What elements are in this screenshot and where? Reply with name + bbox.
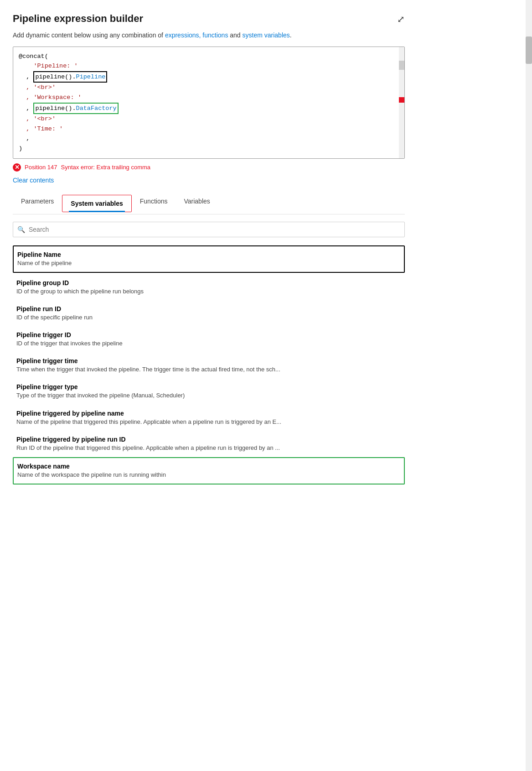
tabs-row: Parameters System variables Functions Va…: [13, 193, 405, 214]
expressions-functions-link[interactable]: expressions, functions: [165, 31, 228, 39]
editor-scrollbar[interactable]: [399, 47, 404, 158]
search-icon: 🔍: [17, 226, 25, 233]
variable-name: Pipeline trigger ID: [16, 331, 401, 339]
code-line-7: , '<br>': [19, 114, 399, 124]
editor-scrollbar-thumb: [399, 61, 404, 70]
system-variables-link[interactable]: system variables: [243, 31, 290, 39]
variable-item-workspace-name[interactable]: Workspace name Name of the workspace the…: [13, 457, 405, 484]
pipeline-pipeline-highlight: pipeline().Pipeline: [33, 71, 107, 83]
variable-desc: ID of the trigger that invokes the pipel…: [16, 339, 401, 348]
page-scrollbar[interactable]: [526, 0, 532, 771]
main-container: Pipeline expression builder ⤢ Add dynami…: [0, 0, 419, 497]
code-line-6: , pipeline().DataFactory: [19, 103, 399, 115]
variable-name: Pipeline group ID: [16, 279, 401, 287]
expand-icon[interactable]: ⤢: [397, 14, 405, 25]
tab-system-variables[interactable]: System variables: [62, 195, 131, 212]
tab-variables[interactable]: Variables: [176, 193, 218, 214]
error-icon: ✕: [13, 163, 21, 172]
variable-desc: Name of the pipeline that triggered this…: [16, 418, 401, 426]
variable-name: Pipeline Name: [17, 251, 400, 258]
code-line-10: ): [19, 144, 399, 154]
pipeline-datafactory-highlight: pipeline().DataFactory: [33, 103, 118, 115]
code-line-3: , pipeline().Pipeline: [19, 71, 399, 83]
search-input[interactable]: [13, 222, 405, 237]
subtitle-text: Add dynamic content below using any comb…: [13, 31, 165, 39]
variable-item-pipeline-trigger-time[interactable]: Pipeline trigger time Time when the trig…: [13, 353, 405, 379]
editor-scrollbar-error-indicator: [399, 97, 404, 103]
code-line-9: ,: [19, 134, 399, 144]
variable-item-pipeline-triggered-by-run-id[interactable]: Pipeline triggered by pipeline run ID Ru…: [13, 431, 405, 457]
code-line-4: , '<br>': [19, 83, 399, 93]
clear-contents-link[interactable]: Clear contents: [13, 177, 54, 184]
tab-parameters[interactable]: Parameters: [13, 193, 62, 214]
variable-item-pipeline-trigger-id[interactable]: Pipeline trigger ID ID of the trigger th…: [13, 327, 405, 353]
title-row: Pipeline expression builder ⤢: [13, 13, 405, 25]
error-position: Position 147: [25, 164, 57, 171]
variable-desc: Run ID of the pipeline that triggered th…: [16, 444, 401, 452]
variable-desc: Name of the workspace the pipeline run i…: [17, 471, 400, 479]
variable-item-pipeline-trigger-type[interactable]: Pipeline trigger type Type of the trigge…: [13, 379, 405, 405]
code-line-1: @concat(: [19, 52, 399, 62]
tab-functions[interactable]: Functions: [132, 193, 176, 214]
page-scrollbar-thumb: [526, 36, 532, 64]
variable-item-pipeline-run-id[interactable]: Pipeline run ID ID of the specific pipel…: [13, 301, 405, 327]
variables-list: Pipeline Name Name of the pipeline Pipel…: [13, 245, 405, 485]
error-message: Syntax error: Extra trailing comma: [61, 164, 151, 171]
variable-desc: Name of the pipeline: [17, 259, 400, 267]
subtitle-and: and: [228, 31, 242, 39]
variable-name: Pipeline run ID: [16, 305, 401, 313]
code-line-5: , 'Workspace: ': [19, 93, 399, 103]
page-title: Pipeline expression builder: [13, 13, 143, 25]
variable-name: Pipeline triggered by pipeline name: [16, 410, 401, 417]
subtitle: Add dynamic content below using any comb…: [13, 31, 405, 40]
search-container: 🔍: [13, 222, 405, 237]
code-line-8: , 'Time: ': [19, 124, 399, 134]
variable-item-pipeline-triggered-by-name[interactable]: Pipeline triggered by pipeline name Name…: [13, 405, 405, 431]
variable-desc: Time when the trigger that invoked the p…: [16, 365, 401, 374]
subtitle-end: .: [290, 31, 292, 39]
variable-item-pipeline-group-id[interactable]: Pipeline group ID ID of the group to whi…: [13, 275, 405, 301]
code-line-2: 'Pipeline: ': [19, 61, 399, 71]
error-line: ✕ Position 147 Syntax error: Extra trail…: [13, 163, 405, 172]
variable-desc: ID of the group to which the pipeline ru…: [16, 287, 401, 296]
variable-name: Pipeline trigger time: [16, 357, 401, 365]
variable-desc: ID of the specific pipeline run: [16, 313, 401, 322]
variable-name: Workspace name: [17, 463, 400, 470]
variable-name: Pipeline triggered by pipeline run ID: [16, 436, 401, 443]
variable-name: Pipeline trigger type: [16, 383, 401, 391]
variable-item-pipeline-name[interactable]: Pipeline Name Name of the pipeline: [13, 245, 405, 273]
variable-desc: Type of the trigger that invoked the pip…: [16, 391, 401, 400]
code-editor[interactable]: @concat( 'Pipeline: ' , pipeline().Pipel…: [13, 47, 405, 159]
